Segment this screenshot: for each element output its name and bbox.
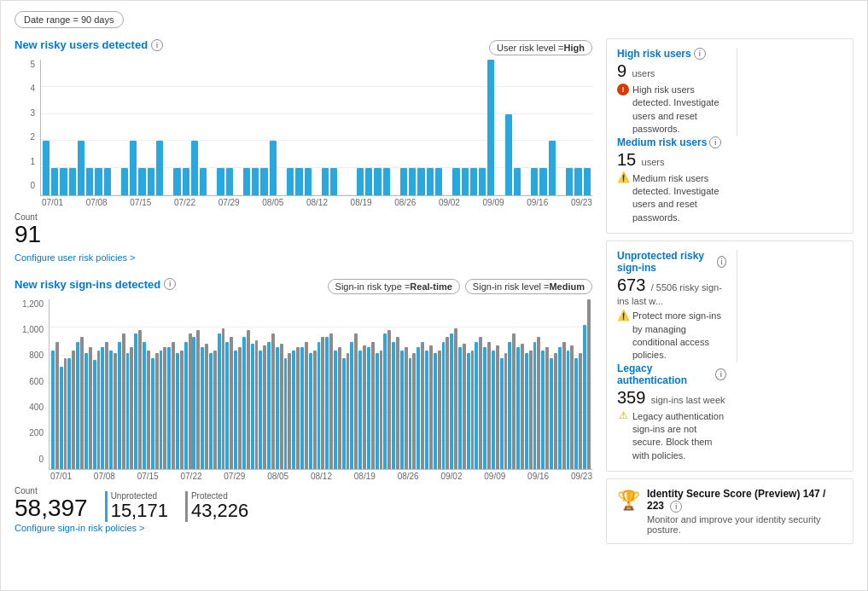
signin-bar-gray	[537, 337, 540, 469]
signin-bar-pair	[317, 299, 325, 469]
risky-signins-section: New risky sign-ins detected i Sign-in ri…	[15, 278, 592, 545]
user-bar	[104, 168, 111, 195]
signin-bar-gray	[196, 330, 200, 469]
signin-bar-blue	[458, 347, 462, 469]
high-risk-error-icon: !	[617, 84, 629, 96]
signin-bar-pair	[574, 299, 582, 469]
signin-bar-gray	[463, 344, 466, 469]
signin-bar-blue	[300, 347, 304, 469]
signin-bar-gray	[80, 337, 84, 469]
user-risk-level-filter[interactable]: User risk level = High	[489, 40, 592, 55]
signin-bar-pair	[101, 299, 108, 469]
left-column: New risky users detected i User risk lev…	[15, 38, 592, 548]
medium-risk-users-info-icon[interactable]: i	[709, 136, 721, 148]
signin-bar-blue	[143, 342, 146, 469]
signin-bar-blue	[483, 347, 486, 469]
signin-bar-pair	[118, 299, 125, 469]
risky-users-info-icon[interactable]: i	[151, 39, 163, 51]
signin-bar-pair	[567, 299, 574, 469]
signin-bar-pair	[425, 299, 433, 469]
user-bar	[86, 168, 93, 195]
signin-bar-pair	[234, 299, 242, 469]
configure-signin-risk-link[interactable]: Configure sign-in risk policies >	[15, 523, 145, 533]
signin-bar-blue	[492, 351, 495, 469]
signin-bar-gray	[512, 333, 516, 469]
user-bar	[539, 168, 546, 195]
signin-bar-pair	[284, 299, 292, 469]
signin-bar-gray	[438, 351, 441, 469]
signin-bar-blue	[550, 358, 553, 468]
user-bar	[505, 114, 512, 195]
signin-bar-gray	[504, 353, 508, 468]
medium-risk-description: Medium risk users detected. Investigate …	[632, 172, 726, 225]
signin-bar-blue	[234, 351, 237, 469]
risky-users-title: New risky users detected i	[15, 38, 163, 51]
signin-bar-pair	[442, 299, 450, 469]
signin-bar-gray	[105, 342, 108, 469]
date-filter[interactable]: Date range = 90 days	[15, 11, 124, 28]
signin-bar-blue	[192, 337, 195, 469]
signin-bar-pair	[109, 299, 117, 469]
medium-risk-count: 15	[617, 150, 636, 169]
signin-bar-gray	[521, 344, 524, 469]
signin-bar-pair	[167, 299, 175, 469]
signin-bar-pair	[176, 299, 184, 469]
signin-bar-pair	[483, 299, 491, 469]
user-bar	[549, 141, 556, 195]
signin-bar-gray	[180, 351, 184, 469]
signin-bar-gray	[421, 342, 424, 469]
user-bar	[95, 168, 102, 195]
risk-card-row2: Unprotected risky sign-ins i 673 / 5506 …	[606, 240, 853, 472]
user-bar	[574, 168, 581, 195]
signin-bar-blue	[209, 353, 213, 468]
signin-bar-gray	[405, 347, 408, 469]
signin-bar-pair	[533, 299, 541, 469]
risky-signins-info-icon[interactable]: i	[164, 278, 176, 290]
identity-score-title: Identity Secure Score (Preview) 147 / 22…	[647, 488, 842, 513]
user-bar	[357, 168, 364, 195]
identity-score-info-icon[interactable]: i	[670, 501, 682, 513]
signin-bar-gray	[271, 333, 275, 469]
signin-bar-gray	[189, 333, 192, 469]
high-risk-users-info-icon[interactable]: i	[694, 48, 706, 60]
signin-bar-gray	[55, 342, 59, 469]
signin-bar-gray	[380, 351, 383, 469]
signin-risk-level-filter[interactable]: Sign-in risk level = Medium	[465, 279, 592, 294]
signin-bar-gray	[305, 342, 308, 469]
risky-signins-x-labels: 07/01 07/08 07/15 07/22 07/29 08/05 08/1…	[49, 472, 592, 481]
user-bar	[479, 168, 486, 195]
card-divider	[737, 48, 839, 136]
signin-bar-gray	[454, 328, 457, 469]
signin-bar-gray	[562, 342, 566, 469]
signin-bar-gray	[238, 347, 242, 469]
user-bar	[365, 168, 372, 195]
signin-bar-blue	[176, 353, 179, 468]
signin-bar-gray	[114, 353, 117, 468]
signin-bar-pair	[201, 299, 208, 469]
signin-bar-pair	[434, 299, 441, 469]
signin-bar-pair	[376, 299, 383, 469]
user-bar	[173, 168, 180, 195]
signin-bar-blue	[367, 347, 370, 469]
signin-bar-pair	[500, 299, 508, 469]
signin-bar-pair	[292, 299, 300, 469]
signin-bar-pair	[60, 299, 67, 469]
signin-bar-pair	[409, 299, 417, 469]
unprotected-count: 673	[617, 275, 645, 294]
signin-risk-type-filter[interactable]: Sign-in risk type = Real-time	[328, 279, 460, 294]
signin-bar-blue	[325, 337, 329, 469]
signin-bar-gray	[446, 337, 449, 469]
risky-signins-title: New risky sign-ins detected i	[15, 278, 176, 291]
user-bar	[156, 141, 163, 195]
configure-user-risk-link[interactable]: Configure user risk policies >	[15, 252, 136, 263]
user-bar	[427, 168, 434, 195]
signin-bar-blue	[558, 347, 562, 469]
legacy-auth-info-icon[interactable]: i	[715, 368, 726, 380]
user-bar	[121, 168, 128, 195]
signin-bar-blue	[434, 353, 437, 468]
user-bar	[60, 168, 67, 195]
protected-signins-block: Protected 43,226	[185, 491, 248, 521]
signin-bar-pair	[134, 299, 142, 469]
unprotected-signins-info-icon[interactable]: i	[717, 256, 726, 268]
user-bar	[200, 168, 207, 195]
